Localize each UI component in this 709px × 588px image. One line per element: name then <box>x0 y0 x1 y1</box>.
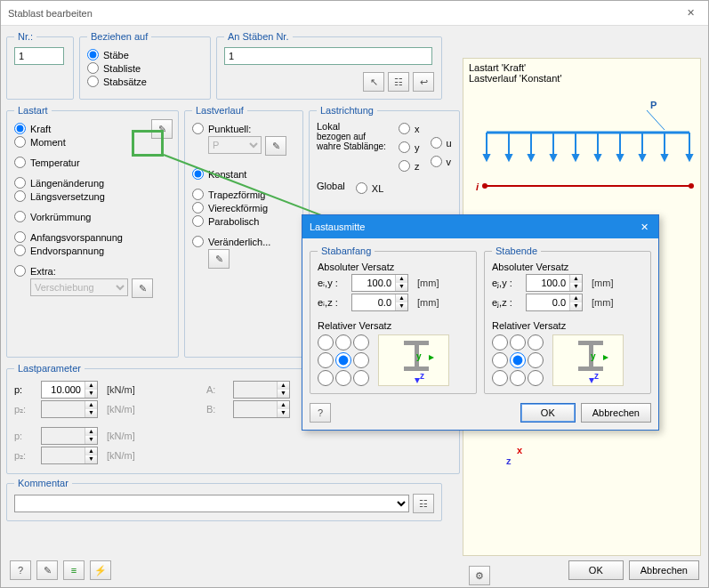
radio-endvor[interactable] <box>14 245 26 256</box>
lastverlauf-legend: Lastverlauf <box>192 105 247 116</box>
list-icon[interactable]: ☷ <box>388 72 409 92</box>
radio-punktuell[interactable] <box>192 123 204 134</box>
radio-anfangs[interactable] <box>14 231 26 243</box>
anstaeben-input[interactable] <box>224 47 432 65</box>
stabanfang-legend: Stabanfang <box>318 246 375 256</box>
label-laengen: Längenänderung <box>30 178 104 189</box>
radio-v[interactable] <box>431 156 442 167</box>
annotation-box <box>132 130 164 157</box>
label-punktuell: Punktuell: <box>208 124 251 134</box>
svg-marker-18 <box>662 155 667 160</box>
ejz-spinner[interactable]: ▲▼ <box>526 294 583 311</box>
svg-text:P: P <box>650 100 657 110</box>
radio-y[interactable] <box>399 141 410 153</box>
beziehen-legend: Beziehen auf <box>87 31 151 42</box>
p2b-spinner: ▲▼ <box>41 447 98 464</box>
modal-help-icon[interactable]: ? <box>310 403 331 423</box>
svg-marker-2 <box>484 155 489 160</box>
label-viereck: Viereckförmig <box>208 203 268 213</box>
radio-u[interactable] <box>431 137 442 149</box>
rel-grid-j[interactable] <box>492 334 544 386</box>
edit-icon[interactable]: ✎ <box>36 560 58 580</box>
label-laengsv: Längsversetzung <box>30 191 105 202</box>
radio-trapez[interactable] <box>192 189 204 200</box>
cross-section-j: y z <box>552 334 624 386</box>
radio-vorkruemmung[interactable] <box>14 211 26 222</box>
radio-stabsaetze[interactable] <box>87 76 99 87</box>
lastausmitte-dialog: Lastausmitte ✕ Stabanfang Absoluter Vers… <box>302 214 659 431</box>
veraenderlich-edit-icon[interactable]: ✎ <box>208 249 230 269</box>
radio-laengsv[interactable] <box>14 190 26 202</box>
stabende-legend: Stabende <box>492 246 541 256</box>
pick-icon[interactable]: ↖ <box>363 72 384 92</box>
pb-spinner: ▲▼ <box>41 427 98 445</box>
label-veraenderlich: Veränderlich... <box>208 237 270 247</box>
eiz-spinner[interactable]: ▲▼ <box>351 294 408 311</box>
p-spinner[interactable]: ▲▼ <box>41 381 98 399</box>
kommentar-legend: Kommentar <box>14 478 72 488</box>
radio-x[interactable] <box>399 123 410 134</box>
modal-title: Lastausmitte <box>310 222 365 232</box>
label-anfangs: Anfangsvorspannung <box>30 232 123 243</box>
punktuell-select: P <box>208 136 262 154</box>
cross-section-i: y z <box>378 334 449 386</box>
svg-marker-6 <box>528 155 534 160</box>
svg-marker-12 <box>595 155 600 160</box>
punktuell-edit-icon[interactable]: ✎ <box>265 136 286 156</box>
help-icon[interactable]: ? <box>10 560 31 580</box>
radio-parabol[interactable] <box>192 215 204 227</box>
svg-marker-14 <box>617 155 623 160</box>
label-endvor: Endvorspannung <box>30 246 104 256</box>
undo-icon[interactable]: ↩ <box>413 72 434 92</box>
radio-temperatur[interactable] <box>14 157 26 168</box>
rel-versatz-i: Relativer Versatz <box>318 320 469 331</box>
preview-config-icon[interactable]: ⚙ <box>469 566 490 585</box>
radio-xl[interactable] <box>356 182 367 194</box>
lastparam-legend: Lastparameter <box>14 363 85 374</box>
bolt-icon[interactable]: ⚡ <box>90 560 111 580</box>
extra-edit-icon[interactable]: ✎ <box>132 278 153 298</box>
radio-laengen[interactable] <box>14 177 26 189</box>
label-stabliste: Stabliste <box>103 63 141 74</box>
ejy-spinner[interactable]: ▲▼ <box>526 274 583 292</box>
modal-cancel-button[interactable]: Abbrechen <box>581 403 651 423</box>
calc-icon[interactable]: ≡ <box>63 560 85 580</box>
b-spinner: ▲▼ <box>233 400 290 418</box>
preview-line2: Lastverlauf 'Konstant' <box>469 73 695 84</box>
window-title: Stablast bearbeiten <box>8 8 93 19</box>
radio-moment[interactable] <box>14 136 26 148</box>
radio-z[interactable] <box>399 160 410 172</box>
main-ok-button[interactable]: OK <box>568 560 624 580</box>
radio-veraenderlich[interactable] <box>192 236 204 247</box>
radio-stabliste[interactable] <box>87 62 99 74</box>
modal-ok-button[interactable]: OK <box>520 403 576 423</box>
nr-legend: Nr.: <box>14 31 36 42</box>
radio-staebe[interactable] <box>87 49 99 60</box>
label-stabsaetze: Stabsätze <box>103 77 147 87</box>
svg-point-24 <box>482 183 487 189</box>
label-staebe: Stäbe <box>103 50 129 60</box>
svg-marker-8 <box>551 155 556 160</box>
a-spinner: ▲▼ <box>233 381 290 399</box>
label-parabol: Parabolisch <box>208 216 259 227</box>
kommentar-select[interactable] <box>14 495 409 512</box>
eiy-spinner[interactable]: ▲▼ <box>351 274 408 292</box>
lastart-legend: Lastart <box>14 105 52 116</box>
radio-viereck[interactable] <box>192 202 204 213</box>
label-moment: Moment <box>30 137 66 148</box>
abs-versatz-i: Absoluter Versatz <box>318 262 469 272</box>
nr-input[interactable] <box>14 47 64 65</box>
svg-marker-4 <box>506 155 512 160</box>
label-vorkruemmung: Vorkrümmung <box>30 212 91 222</box>
radio-kraft[interactable] <box>14 123 26 134</box>
main-cancel-button[interactable]: Abbrechen <box>629 560 699 580</box>
kommentar-icon[interactable]: ☷ <box>413 494 434 513</box>
rel-grid-i[interactable] <box>318 334 369 386</box>
close-icon[interactable]: ✕ <box>678 3 703 22</box>
radio-extra[interactable] <box>14 265 26 277</box>
modal-close-icon[interactable]: ✕ <box>635 218 653 236</box>
svg-line-21 <box>647 110 665 130</box>
wahre-label: bezogen auf wahre Stablänge: <box>317 132 388 151</box>
svg-marker-10 <box>573 155 578 160</box>
label-extra: Extra: <box>30 266 56 277</box>
